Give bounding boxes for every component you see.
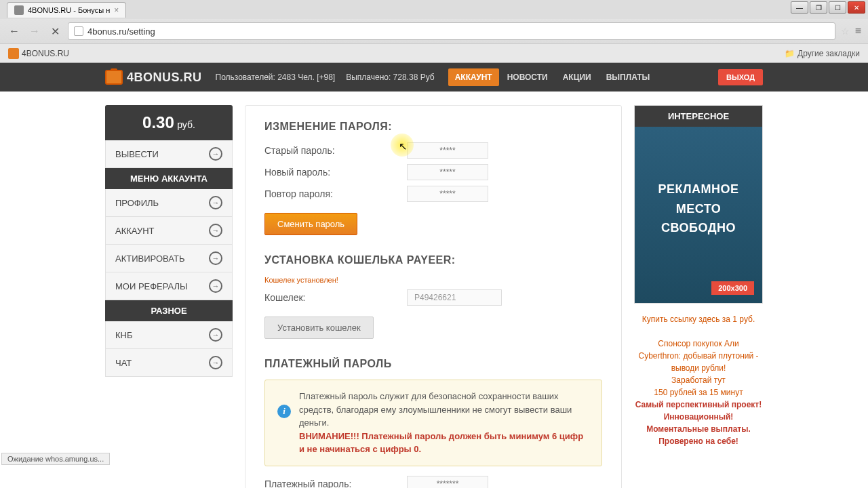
paypass-label: Платежный пароль:	[264, 479, 407, 489]
set-wallet-button[interactable]: Установить кошелек	[264, 317, 374, 339]
sidebar-knb[interactable]: КНБ→	[105, 321, 233, 349]
stop-button[interactable]: ✕	[47, 24, 62, 39]
sidebar-account[interactable]: АККАУНТ→	[105, 217, 233, 245]
browser-chrome: — ❐ ☐ ✕ 4BONUS.RU - Бонусы н × ← → ✕ 4bo…	[0, 0, 868, 63]
ad-size-badge: 200x300	[711, 281, 754, 295]
paypass-input[interactable]	[407, 476, 488, 489]
paid-stat: Выплачено: 728.38 Руб	[346, 73, 434, 82]
sidebar-item-label: ПРОФИЛЬ	[115, 198, 159, 208]
ad-text-3: СВОБОДНО	[642, 218, 755, 238]
bookmark-label: 4BONUS.RU	[22, 49, 69, 58]
sidebar-withdraw[interactable]: ВЫВЕСТИ →	[105, 140, 233, 168]
arrow-right-icon: →	[209, 251, 222, 265]
ad-link-red1[interactable]: Самый перспективный проект!	[634, 399, 763, 411]
balance-value: 0.30	[142, 113, 174, 131]
sidebar-misc-header: РАЗНОЕ	[105, 300, 233, 321]
nav-account[interactable]: АККАУНТ	[448, 68, 499, 86]
toolbar: ← → ✕ 4bonus.ru/setting ☆ ≡	[0, 19, 868, 43]
users-stat: Пользователей: 2483 Чел. [+98]	[216, 73, 336, 82]
password-section-title: ИЗМЕНЕНИЕ ПАРОЛЯ:	[264, 121, 602, 133]
arrow-right-icon: →	[209, 196, 222, 209]
sidebar-referrals[interactable]: МОИ РЕФЕРАЛЫ→	[105, 272, 233, 300]
site-identity-icon	[74, 26, 83, 36]
window-controls: — ❐ ☐ ✕	[791, 1, 865, 14]
sidebar-item-label: ВЫВЕСТИ	[115, 149, 159, 159]
other-bookmarks-label: Другие закладки	[797, 49, 860, 58]
nav-news[interactable]: НОВОСТИ	[500, 68, 555, 86]
wallet-input[interactable]	[407, 289, 502, 306]
restore-button[interactable]: ❐	[810, 1, 827, 14]
warning-box: i Платежный пароль служит для безопасной…	[264, 380, 602, 466]
maximize-button[interactable]: ☐	[829, 1, 846, 14]
arrow-right-icon: →	[209, 356, 222, 369]
browser-tab[interactable]: 4BONUS.RU - Бонусы н ×	[7, 2, 126, 18]
wallet-section-title: УСТАНОВКА КОШЕЛЬКА PAYEER:	[264, 254, 602, 266]
tab-bar: 4BONUS.RU - Бонусы н ×	[0, 0, 868, 19]
site-logo[interactable]: 4BONUS.RU	[105, 70, 202, 85]
main-content: ИЗМЕНЕНИЕ ПАРОЛЯ: Старый пароль: Новый п…	[245, 105, 622, 488]
sidebar-item-label: КНБ	[115, 330, 133, 340]
bookmark-item[interactable]: 4BONUS.RU	[8, 48, 69, 59]
new-password-input[interactable]	[407, 164, 488, 180]
arrow-right-icon: →	[209, 147, 222, 161]
paypass-section-title: ПЛАТЕЖНЫЙ ПАРОЛЬ	[264, 358, 602, 370]
right-sidebar: ИНТЕРЕСНОЕ РЕКЛАМНОЕ МЕСТО СВОБОДНО 200x…	[634, 105, 763, 488]
bookmark-favicon-icon	[8, 48, 19, 59]
ad-link-buy[interactable]: Купить ссылку здесь за 1 руб.	[634, 313, 763, 325]
sidebar-item-label: АКТИВИРОВАТЬ	[115, 253, 184, 264]
site-header: 4BONUS.RU Пользователей: 2483 Чел. [+98]…	[0, 63, 868, 92]
wallet-label: Кошелек:	[264, 292, 407, 303]
sidebar-item-label: МОИ РЕФЕРАЛЫ	[115, 281, 188, 291]
ad-link-4[interactable]: 150 рублей за 15 минут	[634, 386, 763, 399]
status-bar: Ожидание whos.amung.us...	[1, 453, 110, 465]
chest-icon	[105, 70, 123, 85]
repeat-password-input[interactable]	[407, 186, 488, 202]
ad-links: Купить ссылку здесь за 1 руб. Спонсор по…	[634, 313, 763, 447]
forward-button[interactable]: →	[27, 24, 42, 39]
ad-box: ИНТЕРЕСНОЕ РЕКЛАМНОЕ МЕСТО СВОБОДНО 200x…	[634, 105, 763, 304]
tab-title: 4BONUS.RU - Бонусы н	[28, 6, 110, 14]
back-button[interactable]: ←	[7, 24, 22, 39]
url-text: 4bonus.ru/setting	[87, 26, 155, 37]
ad-body[interactable]: РЕКЛАМНОЕ МЕСТО СВОБОДНО 200x300	[635, 127, 762, 303]
ad-link-3[interactable]: Заработай тут	[634, 374, 763, 386]
old-password-input[interactable]	[407, 142, 488, 159]
bookmark-bar: 4BONUS.RU 📁 Другие закладки	[0, 43, 868, 62]
balance-currency: руб.	[177, 119, 195, 130]
sidebar-menu-header: МЕНЮ АККАУНТА	[105, 168, 233, 189]
arrow-right-icon: →	[209, 279, 222, 293]
logout-button[interactable]: ВЫХОД	[718, 69, 763, 85]
arrow-right-icon: →	[209, 224, 222, 237]
ad-text-2: МЕСТО	[642, 199, 755, 219]
nav-payments[interactable]: ВЫПЛАТЫ	[599, 68, 657, 86]
arrow-right-icon: →	[209, 328, 222, 342]
ad-link-red2[interactable]: Инновационный! Моментальные выплаты. Про…	[634, 411, 763, 447]
sidebar-item-label: ЧАТ	[115, 358, 132, 368]
wallet-note: Кошелек установлен!	[264, 276, 602, 284]
bookmark-star-icon[interactable]: ☆	[841, 26, 850, 37]
tab-close-icon[interactable]: ×	[114, 5, 119, 15]
info-icon: i	[277, 405, 291, 418]
header-stats: Пользователей: 2483 Чел. [+98] Выплачено…	[216, 73, 435, 82]
balance-box: 0.30 руб.	[105, 105, 233, 140]
sidebar-activate[interactable]: АКТИВИРОВАТЬ→	[105, 245, 233, 272]
ad-text-1: РЕКЛАМНОЕ	[642, 180, 755, 199]
folder-icon: 📁	[785, 49, 795, 58]
ad-link-1[interactable]: Спонсор покупок Али	[634, 338, 763, 350]
warning-text: Платежный пароль служит для безопасной с…	[299, 390, 589, 456]
menu-icon[interactable]: ≡	[855, 25, 861, 37]
old-password-label: Старый пароль:	[264, 145, 407, 156]
close-button[interactable]: ✕	[848, 1, 865, 14]
sidebar-item-label: АККАУНТ	[115, 226, 155, 236]
ad-header: ИНТЕРЕСНОЕ	[635, 106, 762, 127]
change-password-button[interactable]: Сменить пароль	[264, 213, 357, 235]
nav-promo[interactable]: АКЦИИ	[556, 68, 598, 86]
other-bookmarks[interactable]: 📁 Другие закладки	[785, 49, 860, 58]
ad-link-2[interactable]: Cyberthron: добывай плутоний - выводи ру…	[634, 350, 763, 374]
address-bar[interactable]: 4bonus.ru/setting	[68, 22, 835, 40]
repeat-password-label: Повтор пароля:	[264, 188, 407, 199]
sidebar-chat[interactable]: ЧАТ→	[105, 349, 233, 377]
minimize-button[interactable]: —	[791, 1, 808, 14]
sidebar: 0.30 руб. ВЫВЕСТИ → МЕНЮ АККАУНТА ПРОФИЛ…	[105, 105, 233, 488]
sidebar-profile[interactable]: ПРОФИЛЬ→	[105, 189, 233, 217]
